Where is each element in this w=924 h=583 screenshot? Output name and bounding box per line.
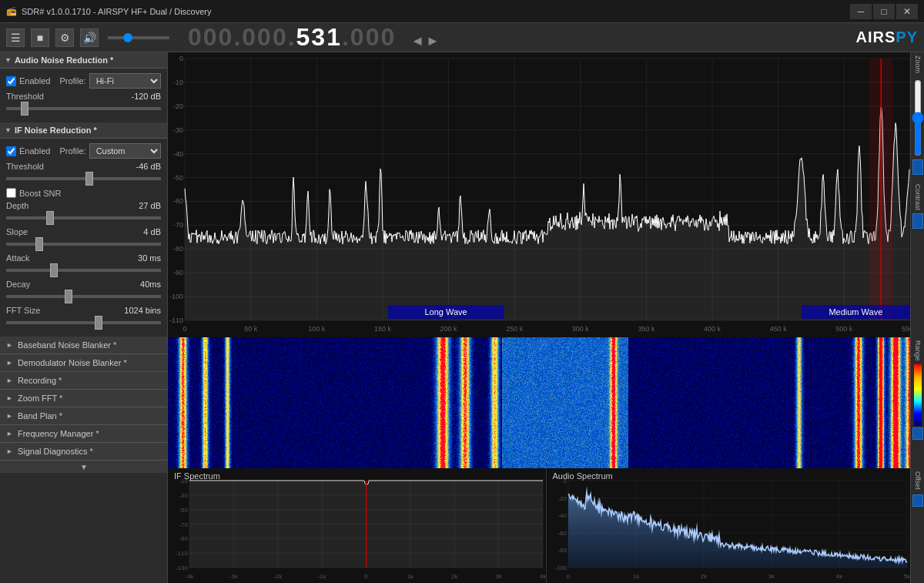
ifnr-slope-container: Slope 4 dB xyxy=(6,227,161,247)
ifnr-enabled-text: Enabled xyxy=(19,146,50,156)
anr-threshold-label: Threshold xyxy=(6,92,44,101)
ifnr-decay-container: Decay 40ms xyxy=(6,280,161,300)
ifnr-attack-container: Attack 30 ms xyxy=(6,253,161,273)
rec-arrow-icon: ► xyxy=(6,377,13,384)
range-label: Range xyxy=(914,340,922,361)
baseband-noise-blanker-section[interactable]: ► Baseband Noise Blanker * xyxy=(0,337,167,354)
ifnr-fftsize-slider[interactable] xyxy=(6,321,161,324)
zoom-slider-handle[interactable] xyxy=(912,159,923,175)
if-spectrum-title: IF Spectrum xyxy=(174,471,220,481)
app-icon: 📻 xyxy=(6,6,17,16)
ifnr-attack-row: Attack 30 ms xyxy=(6,253,161,263)
ifnr-attack-slider[interactable] xyxy=(6,269,161,272)
ifnr-depth-value: 27 dB xyxy=(139,201,161,210)
waterfall-area: Range xyxy=(168,337,924,468)
anr-enabled-row: Enabled Profile: Hi-Fi Custom Voice xyxy=(6,73,161,89)
ifnr-threshold-container: Threshold -46 dB xyxy=(6,162,161,182)
freq-suffix: .000 xyxy=(342,23,396,51)
ifnr-threshold-label: Threshold xyxy=(6,162,44,171)
ifnr-decay-slider[interactable] xyxy=(6,295,161,298)
ifnr-threshold-row: Threshold -46 dB xyxy=(6,162,161,171)
dnb-arrow-icon: ► xyxy=(6,359,13,367)
settings-button[interactable]: ⚙ xyxy=(55,28,74,47)
titlebar-title: SDR# v1.0.0.1710 - AIRSPY HF+ Dual / Dis… xyxy=(22,7,212,16)
zoom-fft-label: Zoom FFT * xyxy=(18,394,62,403)
frequency-manager-label: Frequency Manager * xyxy=(18,429,99,438)
spectrum-right-controls: Zoom Contrast xyxy=(910,52,924,337)
ifnr-decay-value: 40ms xyxy=(140,280,161,289)
ifnr-profile-label: Profile: xyxy=(59,146,85,156)
anr-threshold-container: Threshold -120 dB xyxy=(6,92,161,112)
menu-button[interactable]: ☰ xyxy=(6,28,25,47)
ifnr-attack-label: Attack xyxy=(6,253,30,263)
frequency-manager-section[interactable]: ► Frequency Manager * xyxy=(0,425,167,443)
audio-spectrum-panel: Audio Spectrum Offset xyxy=(547,468,925,583)
frequency-display: 000.000.531.000 ◄► xyxy=(188,23,441,52)
ifnr-profile-select[interactable]: Hi-Fi Custom Voice xyxy=(89,143,161,159)
recording-label: Recording * xyxy=(18,376,62,385)
recording-section[interactable]: ► Recording * xyxy=(0,372,167,390)
scroll-down-button[interactable]: ▼ xyxy=(0,461,168,473)
anr-enabled-label[interactable]: Enabled xyxy=(6,76,50,86)
audio-right-controls: Offset xyxy=(910,468,924,583)
band-plan-section[interactable]: ► Band Plan * xyxy=(0,407,167,425)
ifnr-enabled-checkbox[interactable] xyxy=(6,146,16,156)
frequency-slider[interactable] xyxy=(108,36,169,39)
demodulator-noise-blanker-label: Demodulator Noise Blanker * xyxy=(18,358,127,367)
contrast-slider-handle[interactable] xyxy=(912,213,923,229)
minimize-button[interactable]: ─ xyxy=(850,4,872,19)
offset-slider-handle[interactable] xyxy=(912,494,923,507)
ifnr-threshold-value: -46 dB xyxy=(136,162,161,171)
ifnr-slope-label: Slope xyxy=(6,227,28,236)
maximize-button[interactable]: □ xyxy=(873,4,895,19)
zoom-fft-section[interactable]: ► Zoom FFT * xyxy=(0,390,167,407)
zoom-slider[interactable] xyxy=(915,79,921,156)
if-noise-reduction-header[interactable]: ▼ IF Noise Reduction * xyxy=(0,122,167,139)
ifnr-depth-row: Depth 27 dB xyxy=(6,201,161,210)
audio-spectrum-canvas xyxy=(547,468,911,583)
audio-button[interactable]: 🔊 xyxy=(80,28,99,47)
signal-diagnostics-label: Signal Diagnostics * xyxy=(18,447,93,456)
ifnr-attack-value: 30 ms xyxy=(138,253,161,263)
anr-enabled-checkbox[interactable] xyxy=(6,76,16,86)
ifnr-depth-slider[interactable] xyxy=(6,216,161,219)
ifnr-arrow-icon: ▼ xyxy=(5,126,12,134)
close-button[interactable]: ✕ xyxy=(896,4,918,19)
anr-enabled-text: Enabled xyxy=(19,76,50,85)
ifnr-enabled-row: Enabled Profile: Hi-Fi Custom Voice xyxy=(6,143,161,159)
ifnr-fftsize-container: FFT Size 1024 bins xyxy=(6,306,161,326)
ifnr-boost-snr-text: Boost SNR xyxy=(19,189,61,198)
ifnr-boost-snr-checkbox[interactable] xyxy=(6,188,16,198)
freq-nav-arrows[interactable]: ◄► xyxy=(410,33,441,49)
color-scale xyxy=(914,364,922,426)
right-area: Long Wave Medium Wave Zoom Contrast Ra xyxy=(168,52,924,583)
bbnb-arrow-icon: ► xyxy=(6,341,13,349)
baseband-noise-blanker-label: Baseband Noise Blanker * xyxy=(18,340,116,350)
titlebar: 📻 SDR# v1.0.0.1710 - AIRSPY HF+ Dual / D… xyxy=(0,0,924,23)
freq-prefix: 000.000. xyxy=(188,23,296,51)
ifnr-slope-slider[interactable] xyxy=(6,243,161,246)
contrast-label: Contrast xyxy=(914,184,922,210)
ifnr-enabled-label[interactable]: Enabled xyxy=(6,146,50,156)
if-spectrum-canvas xyxy=(168,468,546,583)
audio-spectrum-title: Audio Spectrum xyxy=(553,471,613,481)
freq-slider-container xyxy=(108,36,169,39)
ifnr-fftsize-value: 1024 bins xyxy=(124,306,161,315)
zfft-arrow-icon: ► xyxy=(6,394,13,402)
demodulator-noise-blanker-section[interactable]: ► Demodulator Noise Blanker * xyxy=(0,354,167,372)
anr-profile-select[interactable]: Hi-Fi Custom Voice xyxy=(89,73,161,89)
audio-noise-reduction-header[interactable]: ▼ Audio Noise Reduction * xyxy=(0,52,167,69)
ifnr-threshold-slider[interactable] xyxy=(6,177,161,180)
main-spectrum-canvas xyxy=(168,52,910,337)
sd-arrow-icon: ► xyxy=(6,447,13,455)
range-slider-handle[interactable] xyxy=(912,427,923,440)
ifnr-depth-label: Depth xyxy=(6,201,28,210)
ifnr-boost-snr-label[interactable]: Boost SNR xyxy=(6,188,61,198)
signal-diagnostics-section[interactable]: ► Signal Diagnostics * xyxy=(0,443,167,461)
stop-button[interactable]: ■ xyxy=(31,28,49,47)
bp-arrow-icon: ► xyxy=(6,412,13,420)
anr-threshold-slider[interactable] xyxy=(6,107,161,110)
freq-main: 531 xyxy=(296,23,342,51)
if-spectrum-panel: IF Spectrum xyxy=(168,468,547,583)
airspy-logo: AIRSPY xyxy=(856,28,918,46)
